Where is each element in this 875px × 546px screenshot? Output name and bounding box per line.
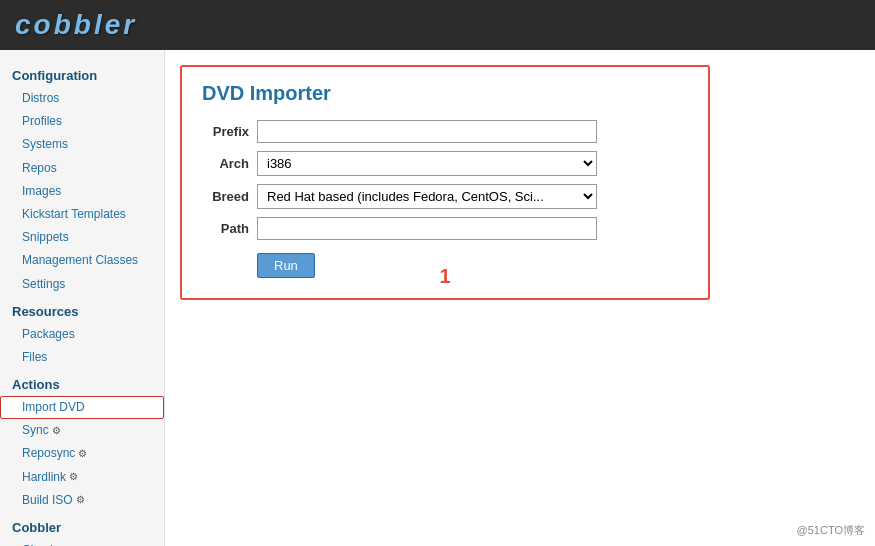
breed-label: Breed xyxy=(202,189,257,204)
actions-section-title: Actions xyxy=(0,369,164,396)
arch-row: Arch i386 x86_64 ppc ppc64 s390 ia64 xyxy=(202,151,688,176)
header: cobbler xyxy=(0,0,875,50)
watermark: @51CTO博客 xyxy=(797,523,865,538)
sidebar-item-build-iso[interactable]: Build ISO ⚙ xyxy=(0,489,164,512)
breed-select[interactable]: Red Hat based (includes Fedora, CentOS, … xyxy=(257,184,597,209)
buildiso-gear-icon: ⚙ xyxy=(76,492,85,508)
sidebar: Configuration Distros Profiles Systems R… xyxy=(0,50,165,546)
path-label: Path xyxy=(202,221,257,236)
sidebar-item-files[interactable]: Files xyxy=(0,346,164,369)
configuration-section-title: Configuration xyxy=(0,60,164,87)
sidebar-item-hardlink[interactable]: Hardlink ⚙ xyxy=(0,466,164,489)
sidebar-item-reposync[interactable]: Reposync ⚙ xyxy=(0,442,164,465)
sidebar-item-systems[interactable]: Systems xyxy=(0,133,164,156)
importer-title: DVD Importer xyxy=(202,82,688,105)
arch-label: Arch xyxy=(202,156,257,171)
sidebar-item-packages[interactable]: Packages xyxy=(0,323,164,346)
prefix-label: Prefix xyxy=(202,124,257,139)
label-number: 1 xyxy=(439,265,450,288)
main-layout: Configuration Distros Profiles Systems R… xyxy=(0,50,875,546)
sidebar-item-management[interactable]: Management Classes xyxy=(0,249,164,272)
resources-section-title: Resources xyxy=(0,296,164,323)
sidebar-item-distros[interactable]: Distros xyxy=(0,87,164,110)
sidebar-item-import-dvd[interactable]: Import DVD xyxy=(0,396,164,419)
sidebar-item-kickstart[interactable]: Kickstart Templates xyxy=(0,203,164,226)
sidebar-item-profiles[interactable]: Profiles xyxy=(0,110,164,133)
run-button[interactable]: Run xyxy=(257,253,315,278)
importer-panel: DVD Importer Prefix Arch i386 x86_64 ppc… xyxy=(180,65,710,300)
sync-gear-icon: ⚙ xyxy=(52,423,61,439)
hardlink-gear-icon: ⚙ xyxy=(69,469,78,485)
cobbler-section-title: Cobbler xyxy=(0,512,164,539)
sidebar-item-settings[interactable]: Settings xyxy=(0,273,164,296)
sidebar-item-snippets[interactable]: Snippets xyxy=(0,226,164,249)
reposync-gear-icon: ⚙ xyxy=(78,446,87,462)
arch-select[interactable]: i386 x86_64 ppc ppc64 s390 ia64 xyxy=(257,151,597,176)
sidebar-item-images[interactable]: Images xyxy=(0,180,164,203)
sidebar-item-sync[interactable]: Sync ⚙ xyxy=(0,419,164,442)
sidebar-item-check[interactable]: Check xyxy=(0,539,164,546)
sidebar-item-repos[interactable]: Repos xyxy=(0,157,164,180)
path-input[interactable] xyxy=(257,217,597,240)
breed-row: Breed Red Hat based (includes Fedora, Ce… xyxy=(202,184,688,209)
content-area: DVD Importer Prefix Arch i386 x86_64 ppc… xyxy=(165,50,875,546)
prefix-input[interactable] xyxy=(257,120,597,143)
path-row: Path xyxy=(202,217,688,240)
prefix-row: Prefix xyxy=(202,120,688,143)
logo: cobbler xyxy=(15,9,137,41)
